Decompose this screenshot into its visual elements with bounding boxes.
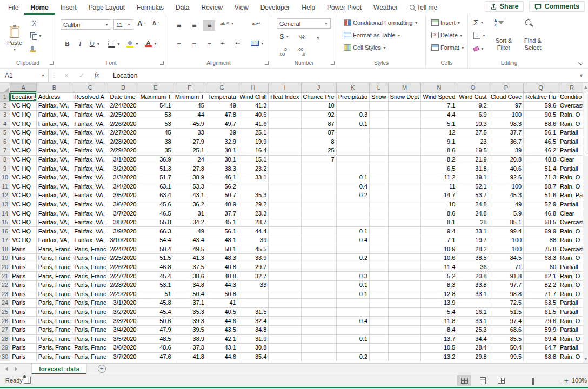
row-header-22[interactable]: 22 xyxy=(0,280,10,290)
cell-L28[interactable] xyxy=(370,334,389,344)
cell-L15[interactable] xyxy=(370,218,389,227)
cell-F20[interactable]: 37.5 xyxy=(173,263,206,272)
cell-R8[interactable]: Clear xyxy=(558,155,583,164)
cell-G22[interactable]: 44.3 xyxy=(206,280,238,290)
cell-K20[interactable] xyxy=(336,263,369,272)
cell-C12[interactable]: Fairfax, VA, xyxy=(72,191,108,200)
cell-C24[interactable]: Paris, Franc xyxy=(72,299,108,308)
cell-B18[interactable]: Paris, Franc xyxy=(36,245,72,254)
cell-F15[interactable]: 34.2 xyxy=(173,218,206,227)
cell-N24[interactable]: 13.9 xyxy=(421,299,457,308)
cell-R29[interactable]: Partiall xyxy=(558,344,583,353)
cell-Q8[interactable]: 48.8 xyxy=(524,155,558,164)
cell-P9[interactable]: 40.6 xyxy=(489,164,523,173)
cell-P7[interactable]: 39 xyxy=(489,146,523,156)
cell-J24[interactable] xyxy=(301,299,336,308)
cell-F22[interactable]: 34.8 xyxy=(173,280,206,290)
cell-K13[interactable] xyxy=(336,200,369,209)
cell-A1[interactable]: Location xyxy=(10,92,37,102)
cell-F13[interactable]: 36.2 xyxy=(173,200,206,209)
cell-D12[interactable]: 3/5/2020 xyxy=(108,191,138,200)
cell-J4[interactable]: 87 xyxy=(301,119,336,129)
cell-H19[interactable]: 33.9 xyxy=(238,254,269,263)
column-header-M[interactable]: M xyxy=(388,83,421,92)
cell-R2[interactable]: Overcast xyxy=(558,102,583,111)
cell-O13[interactable]: 24.8 xyxy=(457,200,489,209)
row-header-23[interactable]: 23 xyxy=(0,290,10,299)
cell-G11[interactable]: 56.2 xyxy=(206,182,238,191)
cell-L11[interactable] xyxy=(370,182,389,191)
cell-R13[interactable]: Partiall xyxy=(558,200,583,209)
cell-D1[interactable]: Date time xyxy=(108,92,138,102)
cell-R30[interactable]: Rain, O xyxy=(558,352,583,361)
cell-M1[interactable]: Snow Dept xyxy=(388,92,421,102)
cell-P23[interactable]: 98.8 xyxy=(489,290,523,299)
cell-O4[interactable]: 10.3 xyxy=(457,119,489,129)
cell-A11[interactable]: VC HQ xyxy=(10,182,37,191)
cell-B9[interactable]: Fairfax, VA, xyxy=(36,164,72,173)
cell-Q5[interactable]: 56.1 xyxy=(524,128,558,137)
cell-P13[interactable]: 49 xyxy=(489,200,523,209)
cell-E22[interactable]: 53.1 xyxy=(138,280,173,290)
cell-N20[interactable]: 11.4 xyxy=(421,263,457,272)
cell-N7[interactable]: 8.6 xyxy=(421,146,457,156)
cell-G2[interactable]: 49 xyxy=(206,102,238,111)
row-header-17[interactable]: 17 xyxy=(0,236,10,245)
cell-L26[interactable] xyxy=(370,317,389,326)
cell-G24[interactable]: 41 xyxy=(206,299,238,308)
cell-E18[interactable]: 50.4 xyxy=(138,245,173,254)
cell-P18[interactable]: 100 xyxy=(489,245,523,254)
cell-Q9[interactable]: 51.4 xyxy=(524,164,558,173)
number-dialog-launcher[interactable] xyxy=(331,61,335,65)
row-header-16[interactable]: 16 xyxy=(0,227,10,236)
cell-I27[interactable] xyxy=(269,325,301,334)
cell-E24[interactable]: 45.8 xyxy=(138,299,173,308)
cell-Q30[interactable]: 68.8 xyxy=(524,352,558,361)
cell-L4[interactable] xyxy=(370,119,389,129)
column-header-D[interactable]: D xyxy=(108,83,138,92)
cell-G6[interactable]: 32.9 xyxy=(206,137,238,146)
cell-O11[interactable]: 52.1 xyxy=(457,182,489,191)
cell-M13[interactable] xyxy=(388,200,421,209)
cell-I15[interactable] xyxy=(269,218,301,227)
macro-record-icon[interactable] xyxy=(24,377,31,384)
cell-Q13[interactable]: 52.9 xyxy=(524,200,558,209)
cell-K10[interactable]: 0.1 xyxy=(336,173,369,182)
cell-M19[interactable] xyxy=(388,254,421,263)
cell-E17[interactable]: 54.4 xyxy=(138,236,173,245)
scroll-down-icon[interactable] xyxy=(584,358,587,360)
cell-A29[interactable]: Paris xyxy=(10,344,37,353)
cell-D6[interactable]: 2/28/2020 xyxy=(108,137,138,146)
cell-A5[interactable]: VC HQ xyxy=(10,128,37,137)
cell-C25[interactable]: Paris, Franc xyxy=(72,307,108,317)
cell-B27[interactable]: Paris, Franc xyxy=(36,325,72,334)
cell-M24[interactable] xyxy=(388,299,421,308)
cell-D15[interactable]: 3/8/2020 xyxy=(108,218,138,227)
cell-A18[interactable]: Paris xyxy=(10,245,37,254)
cell-K25[interactable] xyxy=(336,307,369,317)
cell-R6[interactable]: Partiall xyxy=(558,137,583,146)
column-header-I[interactable]: I xyxy=(269,83,301,92)
cell-D18[interactable]: 2/24/2020 xyxy=(108,245,138,254)
cell-I25[interactable] xyxy=(269,307,301,317)
cell-O17[interactable]: 19.7 xyxy=(457,236,489,245)
share-button[interactable]: Share xyxy=(485,1,524,12)
align-center-button[interactable]: ≡ xyxy=(188,39,200,50)
cell-O18[interactable]: 28.2 xyxy=(457,245,489,254)
cell-P27[interactable]: 68.6 xyxy=(489,325,523,334)
cell-N25[interactable]: 5.4 xyxy=(421,307,457,317)
cell-F21[interactable]: 38.6 xyxy=(173,272,206,281)
cell-H27[interactable]: 34.8 xyxy=(238,325,269,334)
cell-C18[interactable]: Paris, Franc xyxy=(72,245,108,254)
cell-P17[interactable]: 100 xyxy=(489,236,523,245)
column-header-A[interactable]: A xyxy=(10,83,37,92)
row-header-12[interactable]: 12 xyxy=(0,191,10,200)
delete-cells-button[interactable]: ×Delete▼ xyxy=(431,32,463,38)
cell-H13[interactable]: 29.2 xyxy=(238,200,269,209)
cell-K28[interactable]: 0.1 xyxy=(336,334,369,344)
cell-K21[interactable]: 0.3 xyxy=(336,272,369,281)
cell-A13[interactable]: VC HQ xyxy=(10,200,37,209)
cell-F6[interactable]: 27.9 xyxy=(173,137,206,146)
cell-A28[interactable]: Paris xyxy=(10,334,37,344)
cell-G28[interactable]: 42.1 xyxy=(206,334,238,344)
